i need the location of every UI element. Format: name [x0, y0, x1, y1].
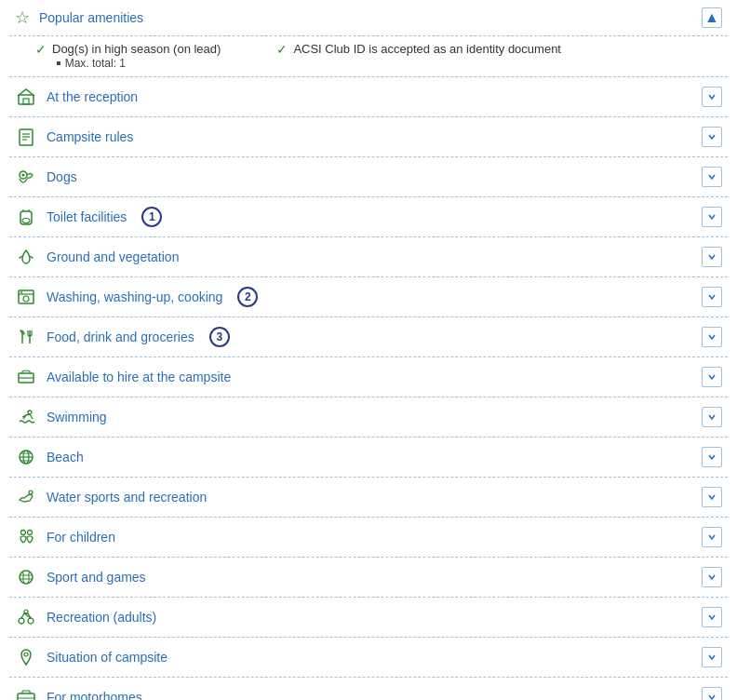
row-label-beach: Beach	[47, 450, 84, 464]
row-beach[interactable]: Beach	[9, 438, 728, 478]
row-chevron-sport[interactable]	[702, 567, 722, 587]
svg-point-27	[21, 531, 26, 535]
row-recreation[interactable]: Recreation (adults)	[9, 598, 728, 638]
row-label-toilet: Toilet facilities	[47, 209, 127, 224]
dog-item-1: ✓ Dog(s) in high season (on lead) ▪ Max.…	[35, 42, 221, 71]
food-icon	[15, 326, 37, 348]
row-chevron-watersports[interactable]	[702, 487, 722, 507]
washing-icon	[15, 286, 37, 308]
dog-item-1-sub: ▪ Max. total: 1	[52, 56, 221, 71]
row-left-motorhomes: For motorhomes	[15, 686, 142, 700]
dog-item-2-content: ACSI Club ID is accepted as an identity …	[293, 42, 561, 56]
svg-point-31	[28, 618, 34, 624]
svg-point-28	[28, 531, 33, 535]
row-label-recreation: Recreation (adults)	[47, 610, 156, 625]
motorhomes-icon	[15, 686, 37, 700]
dog-item-1-content: Dog(s) in high season (on lead) ▪ Max. t…	[52, 42, 221, 71]
row-hire[interactable]: Available to hire at the campsite	[9, 357, 728, 397]
row-label-ground: Ground and vegetation	[47, 249, 179, 264]
row-motorhomes[interactable]: For motorhomes	[9, 678, 728, 700]
hire-icon	[15, 366, 37, 388]
row-badge-food: 3	[209, 327, 230, 347]
row-left-dogs: Dogs	[15, 166, 77, 188]
row-chevron-food[interactable]	[702, 327, 722, 347]
row-chevron-dogs[interactable]	[702, 167, 722, 187]
svg-point-7	[22, 174, 25, 177]
svg-point-33	[24, 610, 28, 613]
row-chevron-motorhomes[interactable]	[702, 687, 722, 700]
watersports-icon	[15, 486, 37, 508]
row-chevron-children[interactable]	[702, 527, 722, 547]
star-icon: ☆	[15, 7, 30, 28]
svg-point-14	[23, 296, 29, 302]
row-label-rules: Campsite rules	[47, 129, 133, 144]
row-chevron-toilet[interactable]	[702, 207, 722, 227]
row-label-sport: Sport and games	[47, 570, 146, 585]
row-left-recreation: Recreation (adults)	[15, 606, 156, 628]
row-left-washing: Washing, washing-up, cooking2	[15, 286, 258, 308]
row-left-hire: Available to hire at the campsite	[15, 366, 231, 388]
svg-rect-1	[23, 99, 29, 104]
row-badge-washing: 2	[237, 287, 258, 307]
row-chevron-recreation[interactable]	[702, 607, 722, 627]
children-icon	[15, 526, 37, 548]
row-toilet[interactable]: Toilet facilities1	[9, 197, 728, 237]
svg-point-30	[19, 618, 24, 624]
dog-max-label: Max. total: 1	[65, 57, 126, 70]
row-chevron-beach[interactable]	[702, 447, 722, 467]
row-left-children: For children	[15, 526, 115, 548]
amenities-list: At the reception Campsite rules Dogs Toi…	[9, 77, 728, 700]
row-situation[interactable]: Situation of campsite	[9, 638, 728, 678]
sport-icon	[15, 566, 37, 588]
beach-icon	[15, 446, 37, 468]
row-reception[interactable]: At the reception	[9, 77, 728, 117]
row-chevron-hire[interactable]	[702, 367, 722, 387]
dog-item-2-label: ACSI Club ID is accepted as an identity …	[293, 42, 561, 56]
dogs-icon	[15, 166, 37, 188]
row-chevron-reception[interactable]	[702, 87, 722, 107]
row-badge-toilet: 1	[141, 207, 162, 227]
row-chevron-washing[interactable]	[702, 287, 722, 307]
row-label-washing: Washing, washing-up, cooking	[47, 289, 222, 304]
row-left-food: Food, drink and groceries3	[15, 326, 230, 348]
row-label-watersports: Water sports and recreation	[47, 490, 207, 505]
toilet-icon	[15, 206, 37, 228]
row-ground[interactable]: Ground and vegetation	[9, 237, 728, 277]
row-left-reception: At the reception	[15, 86, 138, 108]
row-left-ground: Ground and vegetation	[15, 246, 179, 268]
svg-rect-35	[18, 693, 34, 700]
row-chevron-situation[interactable]	[702, 647, 722, 667]
main-container: ☆ Popular amenities ▲ ✓ Dog(s) in high s…	[0, 0, 737, 700]
reception-icon	[15, 86, 37, 108]
row-label-dogs: Dogs	[47, 169, 77, 184]
row-dogs[interactable]: Dogs	[9, 157, 728, 197]
svg-point-9	[22, 219, 30, 223]
row-chevron-swimming[interactable]	[702, 407, 722, 427]
checkmark-2: ✓	[276, 42, 288, 57]
checkmark-1: ✓	[35, 42, 47, 57]
row-label-children: For children	[47, 530, 115, 545]
row-swimming[interactable]: Swimming	[9, 397, 728, 438]
ground-icon	[15, 246, 37, 268]
bullet-icon: ▪	[56, 56, 61, 71]
swimming-icon	[15, 406, 37, 428]
row-label-situation: Situation of campsite	[47, 650, 168, 665]
row-watersports[interactable]: Water sports and recreation	[9, 478, 728, 518]
row-left-toilet: Toilet facilities1	[15, 206, 162, 228]
row-chevron-ground[interactable]	[702, 247, 722, 267]
popular-amenities-chevron[interactable]: ▲	[702, 7, 722, 28]
row-left-beach: Beach	[15, 446, 84, 468]
svg-point-29	[20, 571, 33, 584]
popular-amenities-label: Popular amenities	[39, 10, 143, 25]
row-rules[interactable]: Campsite rules	[9, 117, 728, 157]
popular-amenities-row[interactable]: ☆ Popular amenities ▲	[9, 0, 728, 36]
row-food[interactable]: Food, drink and groceries3	[9, 317, 728, 357]
row-chevron-rules[interactable]	[702, 127, 722, 147]
row-sport[interactable]: Sport and games	[9, 558, 728, 598]
row-washing[interactable]: Washing, washing-up, cooking2	[9, 277, 728, 317]
row-label-food: Food, drink and groceries	[47, 330, 194, 344]
row-label-hire: Available to hire at the campsite	[47, 370, 231, 384]
dog-item-1-label: Dog(s) in high season (on lead)	[52, 42, 221, 56]
recreation-icon	[15, 606, 37, 628]
row-children[interactable]: For children	[9, 518, 728, 558]
